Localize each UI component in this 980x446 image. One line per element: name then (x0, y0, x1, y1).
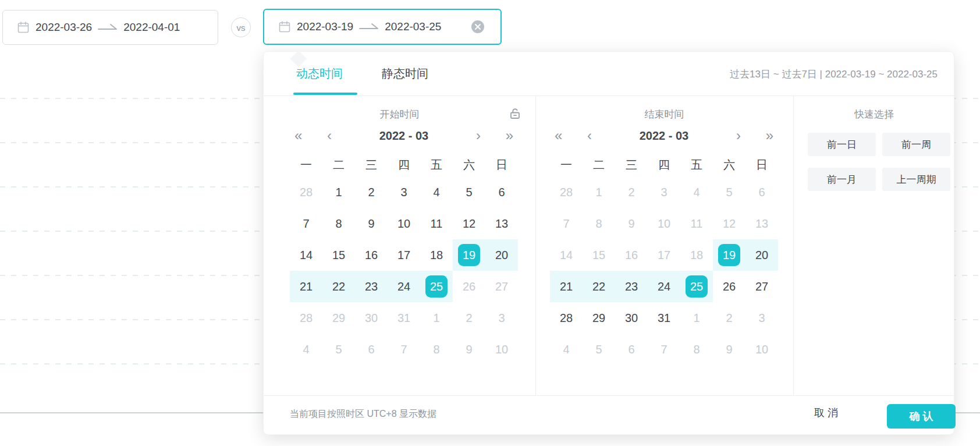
calendar-day-9[interactable]: 9 (355, 208, 388, 239)
calendar-day-2[interactable]: 2 (615, 176, 648, 208)
confirm-button[interactable]: 确 认 (887, 404, 956, 429)
calendar-day-15[interactable]: 15 (583, 239, 615, 271)
calendar-day-27[interactable]: 27 (485, 271, 518, 302)
calendar-day-10[interactable]: 10 (648, 208, 680, 239)
calendar-day-16[interactable]: 16 (615, 239, 648, 271)
calendar-day-10[interactable]: 10 (485, 334, 518, 365)
calendar-day-28[interactable]: 28 (290, 176, 322, 208)
calendar-day-2[interactable]: 2 (355, 176, 388, 208)
calendar-day-11[interactable]: 11 (680, 208, 713, 239)
calendar-day-20[interactable]: 20 (745, 239, 778, 271)
calendar-day-14[interactable]: 14 (290, 239, 322, 271)
calendar-day-10[interactable]: 10 (388, 208, 420, 239)
calendar-day-18[interactable]: 18 (420, 239, 453, 271)
calendar-day-25[interactable]: 25 (680, 271, 713, 302)
calendar-day-18[interactable]: 18 (680, 239, 713, 271)
calendar-day-21[interactable]: 21 (550, 271, 583, 302)
quick-select-option-2[interactable]: 前一月 (808, 168, 876, 191)
calendar-day-29[interactable]: 29 (583, 302, 615, 334)
calendar-day-3[interactable]: 3 (745, 302, 778, 334)
calendar-day-5[interactable]: 5 (583, 334, 615, 365)
calendar-day-2[interactable]: 2 (453, 302, 485, 334)
next-year-icon[interactable]: » (506, 125, 513, 146)
calendar-day-3[interactable]: 3 (485, 302, 518, 334)
tab-dynamic-time[interactable]: 动态时间 (296, 66, 343, 82)
quick-select-option-1[interactable]: 前一周 (882, 133, 950, 156)
calendar-day-7[interactable]: 7 (550, 208, 583, 239)
calendar-day-1[interactable]: 1 (322, 176, 355, 208)
calendar-day-3[interactable]: 3 (648, 176, 680, 208)
calendar-day-17[interactable]: 17 (388, 239, 420, 271)
calendar-day-26[interactable]: 26 (453, 271, 485, 302)
calendar-day-14[interactable]: 14 (550, 239, 583, 271)
calendar-day-13[interactable]: 13 (745, 208, 778, 239)
calendar-day-16[interactable]: 16 (355, 239, 388, 271)
calendar-day-2[interactable]: 2 (713, 302, 745, 334)
calendar-day-1[interactable]: 1 (680, 302, 713, 334)
calendar-day-20[interactable]: 20 (485, 239, 518, 271)
calendar-day-28[interactable]: 28 (550, 302, 583, 334)
quick-select-option-0[interactable]: 前一日 (808, 133, 876, 156)
calendar-day-22[interactable]: 22 (583, 271, 615, 302)
calendar-day-4[interactable]: 4 (550, 334, 583, 365)
calendar-day-28[interactable]: 28 (290, 302, 322, 334)
next-month-icon[interactable]: › (476, 125, 481, 146)
calendar-day-8[interactable]: 8 (322, 208, 355, 239)
calendar-day-13[interactable]: 13 (485, 208, 518, 239)
next-year-icon[interactable]: » (766, 125, 773, 146)
calendar-day-4[interactable]: 4 (290, 334, 322, 365)
calendar-day-7[interactable]: 7 (388, 334, 420, 365)
cancel-button[interactable]: 取 消 (814, 406, 838, 420)
calendar-day-24[interactable]: 24 (388, 271, 420, 302)
calendar-day-9[interactable]: 9 (453, 334, 485, 365)
calendar-day-8[interactable]: 8 (680, 334, 713, 365)
calendar-day-9[interactable]: 9 (615, 208, 648, 239)
calendar-day-23[interactable]: 23 (355, 271, 388, 302)
calendar-day-6[interactable]: 6 (745, 176, 778, 208)
calendar-day-1[interactable]: 1 (583, 176, 615, 208)
calendar-day-9[interactable]: 9 (713, 334, 745, 365)
compare-period-input[interactable]: 2022-03-19 2022-03-25 (263, 9, 502, 45)
unlock-icon[interactable] (508, 107, 522, 123)
calendar-day-19[interactable]: 19 (453, 239, 485, 271)
calendar-day-5[interactable]: 5 (713, 176, 745, 208)
calendar-day-6[interactable]: 6 (615, 334, 648, 365)
calendar-day-24[interactable]: 24 (648, 271, 680, 302)
calendar-day-8[interactable]: 8 (583, 208, 615, 239)
calendar-day-30[interactable]: 30 (355, 302, 388, 334)
calendar-day-19[interactable]: 19 (713, 239, 745, 271)
calendar-day-28[interactable]: 28 (550, 176, 583, 208)
calendar-day-23[interactable]: 23 (615, 271, 648, 302)
calendar-day-6[interactable]: 6 (355, 334, 388, 365)
calendar-day-7[interactable]: 7 (648, 334, 680, 365)
calendar-day-15[interactable]: 15 (322, 239, 355, 271)
next-month-icon[interactable]: › (736, 125, 741, 146)
calendar-day-1[interactable]: 1 (420, 302, 453, 334)
calendar-day-30[interactable]: 30 (615, 302, 648, 334)
calendar-day-31[interactable]: 31 (648, 302, 680, 334)
tab-static-time[interactable]: 静态时间 (382, 66, 428, 82)
calendar-day-26[interactable]: 26 (713, 271, 745, 302)
calendar-day-27[interactable]: 27 (745, 271, 778, 302)
calendar-day-10[interactable]: 10 (745, 334, 778, 365)
clear-icon[interactable] (471, 20, 485, 34)
calendar-day-6[interactable]: 6 (485, 176, 518, 208)
calendar-day-11[interactable]: 11 (420, 208, 453, 239)
calendar-day-12[interactable]: 12 (713, 208, 745, 239)
calendar-day-4[interactable]: 4 (420, 176, 453, 208)
calendar-day-5[interactable]: 5 (322, 334, 355, 365)
calendar-day-12[interactable]: 12 (453, 208, 485, 239)
calendar-day-22[interactable]: 22 (322, 271, 355, 302)
quick-select-option-3[interactable]: 上一周期 (882, 168, 950, 191)
calendar-day-8[interactable]: 8 (420, 334, 453, 365)
calendar-day-17[interactable]: 17 (648, 239, 680, 271)
current-period-input[interactable]: 2022-03-26 2022-04-01 (2, 10, 218, 45)
calendar-day-31[interactable]: 31 (388, 302, 420, 334)
calendar-day-21[interactable]: 21 (290, 271, 322, 302)
calendar-day-4[interactable]: 4 (680, 176, 713, 208)
calendar-day-7[interactable]: 7 (290, 208, 322, 239)
calendar-day-5[interactable]: 5 (453, 176, 485, 208)
calendar-day-29[interactable]: 29 (322, 302, 355, 334)
calendar-day-25[interactable]: 25 (420, 271, 453, 302)
calendar-day-3[interactable]: 3 (388, 176, 420, 208)
